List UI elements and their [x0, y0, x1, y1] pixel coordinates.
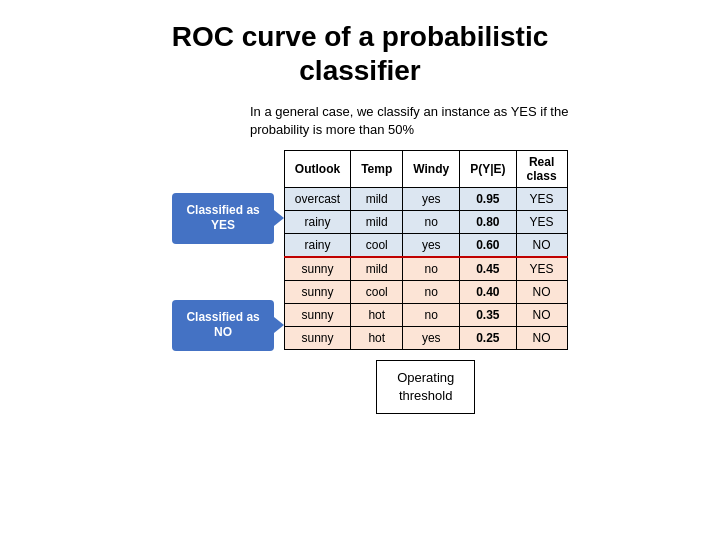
cell-outlook: sunny	[284, 303, 350, 326]
table-row: sunny mild no 0.45 YES	[284, 257, 567, 281]
page: ROC curve of a probabilistic classifier …	[0, 0, 720, 540]
cell-outlook: rainy	[284, 233, 350, 257]
cell-windy: no	[403, 210, 460, 233]
table-row: rainy cool yes 0.60 NO	[284, 233, 567, 257]
main-section: Classified asYES Classified asNO Outlook…	[40, 150, 700, 414]
table-row: sunny hot yes 0.25 NO	[284, 326, 567, 349]
cell-windy: yes	[403, 326, 460, 349]
cell-pye: 0.45	[460, 257, 516, 281]
cell-outlook: sunny	[284, 280, 350, 303]
col-outlook: Outlook	[284, 150, 350, 187]
cell-temp: cool	[351, 280, 403, 303]
no-label-box: Classified asNO	[172, 300, 273, 351]
col-temp: Temp	[351, 150, 403, 187]
intro-text: In a general case, we classify an instan…	[250, 103, 630, 139]
cell-outlook: sunny	[284, 257, 350, 281]
data-table: Outlook Temp Windy P(Y|E) Realclass over…	[284, 150, 568, 350]
classified-no-label: Classified asNO	[172, 300, 273, 351]
cell-pye: 0.25	[460, 326, 516, 349]
labels-column: Classified asYES Classified asNO	[172, 188, 273, 357]
table-row: overcast mild yes 0.95 YES	[284, 187, 567, 210]
col-pye: P(Y|E)	[460, 150, 516, 187]
cell-real: NO	[516, 233, 567, 257]
cell-temp: cool	[351, 233, 403, 257]
cell-real: NO	[516, 303, 567, 326]
yes-label-box: Classified asYES	[172, 193, 273, 248]
cell-temp: hot	[351, 303, 403, 326]
content-area: In a general case, we classify an instan…	[30, 103, 690, 414]
table-row: sunny hot no 0.35 NO	[284, 303, 567, 326]
table-header-row: Outlook Temp Windy P(Y|E) Realclass	[284, 150, 567, 187]
cell-real: NO	[516, 326, 567, 349]
cell-windy: no	[403, 280, 460, 303]
cell-temp: mild	[351, 210, 403, 233]
classified-yes-label: Classified asYES	[172, 193, 273, 244]
cell-pye: 0.95	[460, 187, 516, 210]
cell-real: YES	[516, 210, 567, 233]
cell-windy: no	[403, 303, 460, 326]
cell-temp: hot	[351, 326, 403, 349]
col-windy: Windy	[403, 150, 460, 187]
cell-pye: 0.40	[460, 280, 516, 303]
cell-real: NO	[516, 280, 567, 303]
cell-outlook: sunny	[284, 326, 350, 349]
cell-pye: 0.35	[460, 303, 516, 326]
page-title: ROC curve of a probabilistic classifier	[30, 20, 690, 87]
operating-threshold: Operating threshold	[376, 360, 475, 414]
cell-pye: 0.60	[460, 233, 516, 257]
cell-windy: yes	[403, 187, 460, 210]
table-row: rainy mild no 0.80 YES	[284, 210, 567, 233]
col-real-class: Realclass	[516, 150, 567, 187]
cell-windy: no	[403, 257, 460, 281]
table-row: sunny cool no 0.40 NO	[284, 280, 567, 303]
cell-pye: 0.80	[460, 210, 516, 233]
cell-temp: mild	[351, 257, 403, 281]
table-container: Outlook Temp Windy P(Y|E) Realclass over…	[284, 150, 568, 414]
cell-temp: mild	[351, 187, 403, 210]
cell-real: YES	[516, 257, 567, 281]
cell-windy: yes	[403, 233, 460, 257]
cell-outlook: overcast	[284, 187, 350, 210]
cell-outlook: rainy	[284, 210, 350, 233]
cell-real: YES	[516, 187, 567, 210]
